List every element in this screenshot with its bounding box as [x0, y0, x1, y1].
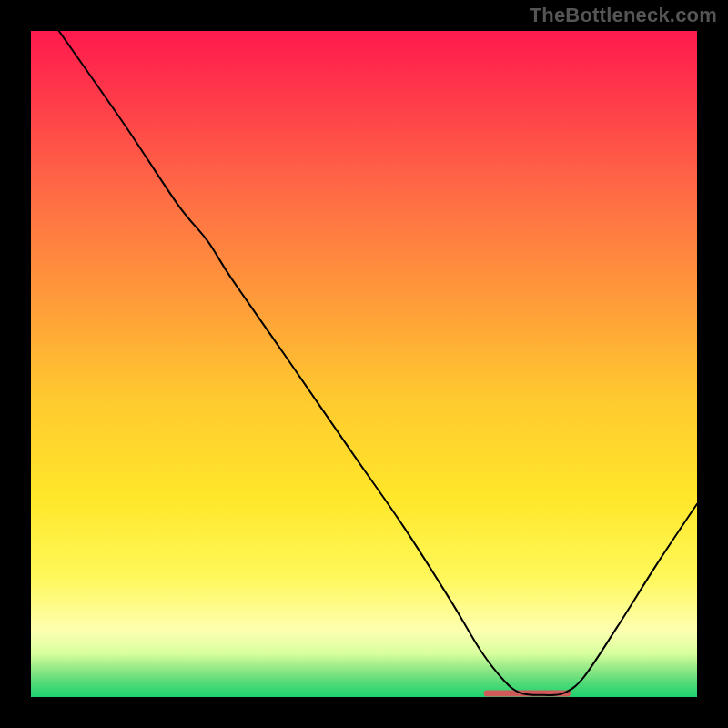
- chart-container: TheBottleneck.com: [0, 0, 728, 728]
- plot-area: [31, 31, 697, 697]
- watermark-text: TheBottleneck.com: [530, 4, 717, 27]
- gradient-background: [31, 31, 697, 697]
- chart-svg: [31, 31, 697, 697]
- optimal-range-marker: [484, 691, 571, 697]
